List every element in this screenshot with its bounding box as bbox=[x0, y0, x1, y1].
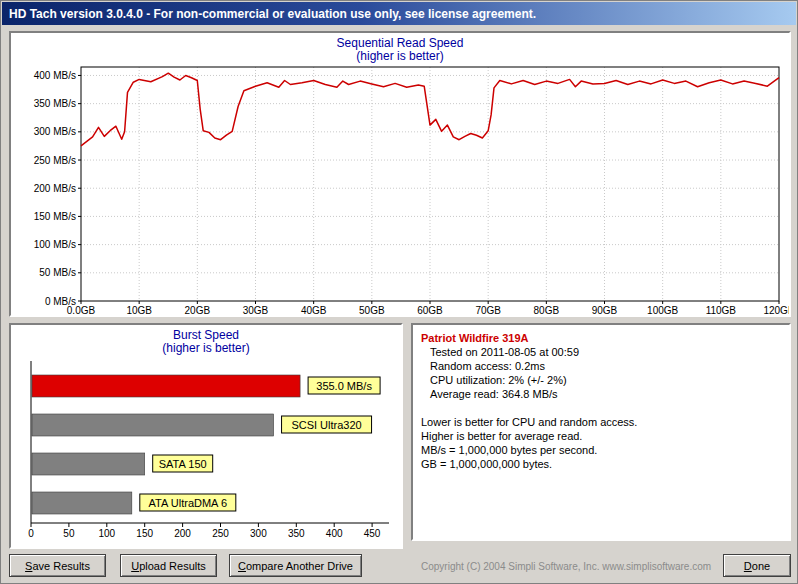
svg-text:50: 50 bbox=[63, 528, 75, 539]
svg-text:120GB: 120GB bbox=[763, 305, 789, 316]
svg-text:200: 200 bbox=[174, 528, 191, 539]
save-rest: ave Results bbox=[32, 560, 89, 572]
svg-text:250: 250 bbox=[212, 528, 229, 539]
hdtach-window: HD Tach version 3.0.4.0 - For non-commer… bbox=[0, 0, 798, 584]
svg-text:90GB: 90GB bbox=[592, 305, 618, 316]
compare-label: Compare Another Drive bbox=[238, 560, 353, 572]
svg-text:250 MB/s: 250 MB/s bbox=[34, 155, 76, 166]
svg-text:SCSI Ultra320: SCSI Ultra320 bbox=[291, 419, 361, 431]
svg-text:350 MB/s: 350 MB/s bbox=[34, 98, 76, 109]
burst-chart-subtitle: (higher is better) bbox=[11, 342, 401, 355]
svg-text:100GB: 100GB bbox=[647, 305, 678, 316]
svg-text:10GB: 10GB bbox=[126, 305, 152, 316]
svg-text:400 MB/s: 400 MB/s bbox=[34, 70, 76, 81]
save-results-button[interactable]: Save Results bbox=[9, 554, 106, 577]
svg-text:50GB: 50GB bbox=[359, 305, 385, 316]
info-spacer bbox=[421, 401, 781, 415]
svg-text:20GB: 20GB bbox=[185, 305, 211, 316]
burst-speed-panel: Burst Speed (higher is better) 355.0 MB/… bbox=[9, 323, 403, 549]
sequential-read-panel: Sequential Read Speed (higher is better)… bbox=[9, 31, 791, 317]
svg-text:80GB: 80GB bbox=[534, 305, 560, 316]
drive-name: Patriot Wildfire 319A bbox=[421, 331, 781, 345]
done-rest: one bbox=[752, 560, 770, 572]
svg-text:60GB: 60GB bbox=[417, 305, 443, 316]
note-higher-better: Higher is better for average read. bbox=[421, 429, 781, 443]
svg-text:450: 450 bbox=[364, 528, 381, 539]
info-tested-on: Tested on 2011-08-05 at 00:59 bbox=[421, 345, 781, 359]
svg-text:400: 400 bbox=[326, 528, 343, 539]
compare-another-drive-button[interactable]: Compare Another Drive bbox=[229, 554, 362, 577]
sequential-read-plot: 0.0GB10GB20GB30GB40GB50GB60GB70GB80GB90G… bbox=[11, 63, 789, 317]
compare-rest: ompare Another Drive bbox=[246, 560, 353, 572]
svg-text:ATA UltraDMA 6: ATA UltraDMA 6 bbox=[149, 497, 227, 509]
upload-accel: U bbox=[131, 560, 139, 572]
done-button[interactable]: Done bbox=[723, 554, 791, 577]
seq-chart-subtitle: (higher is better) bbox=[11, 50, 789, 63]
info-average-read: Average read: 364.8 MB/s bbox=[421, 387, 781, 401]
svg-text:50 MB/s: 50 MB/s bbox=[39, 267, 76, 278]
svg-text:110GB: 110GB bbox=[706, 305, 737, 316]
svg-text:100: 100 bbox=[98, 528, 115, 539]
upload-results-button[interactable]: Upload Results bbox=[120, 554, 217, 577]
info-cpu-utilization: CPU utilization: 2% (+/- 2%) bbox=[421, 373, 781, 387]
save-results-label: Save Results bbox=[25, 560, 90, 572]
compare-accel: C bbox=[238, 560, 246, 572]
svg-text:40GB: 40GB bbox=[301, 305, 327, 316]
svg-text:300: 300 bbox=[250, 528, 267, 539]
svg-text:SATA 150: SATA 150 bbox=[159, 458, 207, 470]
title-bar[interactable]: HD Tach version 3.0.4.0 - For non-commer… bbox=[2, 2, 796, 25]
upload-results-label: Upload Results bbox=[131, 560, 206, 572]
svg-text:350: 350 bbox=[288, 528, 305, 539]
done-label: Done bbox=[744, 560, 770, 572]
burst-speed-plot: 355.0 MB/sSCSI Ultra320SATA 150ATA Ultra… bbox=[11, 355, 401, 545]
svg-text:0: 0 bbox=[28, 528, 34, 539]
note-gb-definition: GB = 1,000,000,000 bytes. bbox=[421, 457, 781, 471]
drive-info-panel: Patriot Wildfire 319A Tested on 2011-08-… bbox=[411, 323, 791, 541]
note-lower-better: Lower is better for CPU and random acces… bbox=[421, 415, 781, 429]
svg-text:0.0GB: 0.0GB bbox=[67, 305, 96, 316]
window-title: HD Tach version 3.0.4.0 - For non-commer… bbox=[9, 7, 536, 21]
done-accel: D bbox=[744, 560, 752, 572]
svg-text:355.0 MB/s: 355.0 MB/s bbox=[316, 380, 372, 392]
svg-text:150: 150 bbox=[136, 528, 153, 539]
note-mbs-definition: MB/s = 1,000,000 bytes per second. bbox=[421, 443, 781, 457]
svg-text:200 MB/s: 200 MB/s bbox=[34, 183, 76, 194]
info-random-access: Random access: 0.2ms bbox=[421, 359, 781, 373]
svg-text:30GB: 30GB bbox=[243, 305, 269, 316]
svg-text:100 MB/s: 100 MB/s bbox=[34, 239, 76, 250]
svg-text:300 MB/s: 300 MB/s bbox=[34, 126, 76, 137]
svg-text:0 MB/s: 0 MB/s bbox=[45, 296, 76, 307]
svg-text:70GB: 70GB bbox=[475, 305, 501, 316]
upload-rest: pload Results bbox=[139, 560, 206, 572]
copyright-text: Copyright (C) 2004 Simpli Software, Inc.… bbox=[421, 561, 711, 572]
svg-text:150 MB/s: 150 MB/s bbox=[34, 211, 76, 222]
